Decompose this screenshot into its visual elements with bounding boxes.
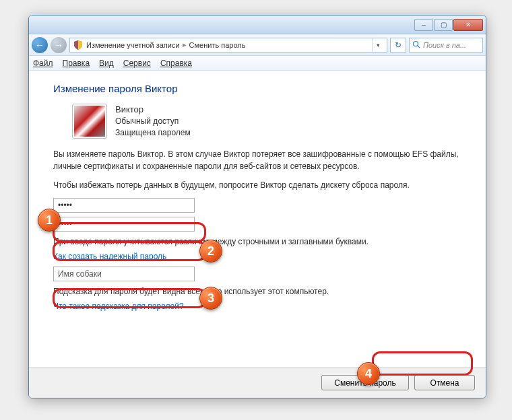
menu-edit[interactable]: Правка [63,59,90,68]
breadcrumb-item[interactable]: Изменение учетной записи [86,41,180,49]
hint-note: Подсказка для пароля будет видна всем, к… [53,285,461,298]
menubar: Файл Правка Вид Сервис Справка [29,56,486,71]
maximize-button[interactable]: ▢ [434,19,453,31]
window: – ▢ ✕ ← → Изменение учетной записи ▸ Сме… [28,15,486,398]
back-button[interactable]: ← [32,37,48,53]
advice-text: Чтобы избежать потерь данных в будущем, … [53,179,461,191]
navbar: ← → Изменение учетной записи ▸ Сменить п… [29,34,486,56]
refresh-button[interactable]: ↻ [390,38,406,53]
search-icon [412,40,420,50]
search-input[interactable]: Поиск в па... [409,38,483,53]
page-title: Изменение пароля Виктор [53,83,461,94]
user-block: Виктор Обычный доступ Защищена паролем [72,104,461,139]
cancel-button[interactable]: Отмена [414,375,475,390]
minimize-button[interactable]: – [414,19,433,31]
address-bar[interactable]: Изменение учетной записи ▸ Сменить парол… [69,38,387,53]
confirm-password-field[interactable] [53,217,195,232]
content-area: Изменение пароля Виктор Виктор Обычный д… [29,71,486,324]
link-what-is-hint[interactable]: Что такое подсказка для паролей? [53,302,184,311]
address-dropdown[interactable]: ▾ [372,38,384,52]
menu-tools[interactable]: Сервис [123,59,151,68]
user-protected: Защищена паролем [115,127,191,139]
user-info: Виктор Обычный доступ Защищена паролем [115,104,191,139]
menu-view[interactable]: Вид [99,59,114,68]
user-access: Обычный доступ [115,116,191,127]
footer: Сменить пароль Отмена [29,367,486,398]
svg-point-0 [414,41,418,46]
new-password-field[interactable] [53,198,195,213]
close-button[interactable]: ✕ [453,19,483,31]
link-strong-password[interactable]: Как создать надежный пароль [53,252,166,261]
titlebar: – ▢ ✕ [29,15,486,34]
warning-text: Вы изменяете пароль Виктор. В этом случа… [53,148,461,172]
menu-help[interactable]: Справка [160,59,192,68]
avatar [72,104,107,139]
shield-icon [73,40,84,50]
menu-file[interactable]: Файл [33,59,53,68]
case-note: При вводе пароля учитываются различия ме… [53,236,461,248]
password-hint-field[interactable] [53,267,195,281]
change-password-button[interactable]: Сменить пароль [321,375,409,390]
forward-button[interactable]: → [51,37,67,53]
breadcrumb-item[interactable]: Сменить пароль [189,41,246,49]
user-name: Виктор [115,104,191,116]
chevron-right-icon: ▸ [183,40,187,49]
search-placeholder: Поиск в па... [423,41,466,49]
svg-line-1 [418,46,420,48]
